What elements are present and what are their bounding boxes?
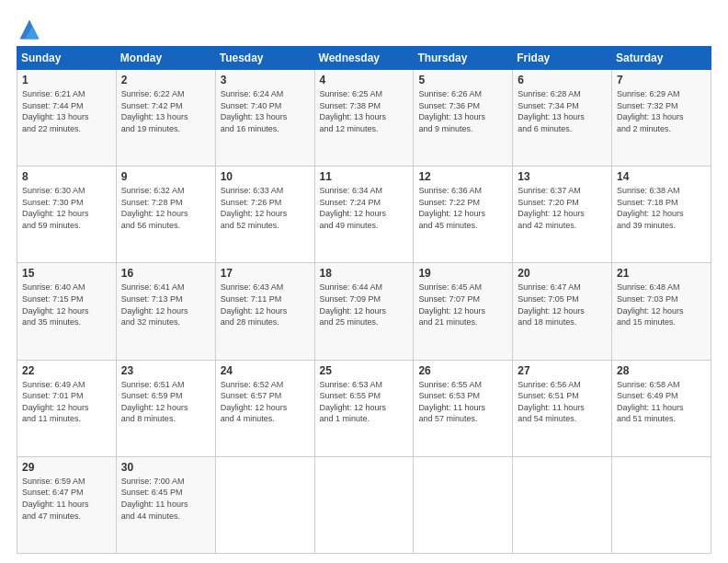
calendar-cell — [414, 456, 513, 553]
day-info-line: Sunrise: 6:53 AM — [320, 379, 409, 391]
day-info-line: Sunrise: 6:59 AM — [22, 476, 111, 488]
calendar-cell — [314, 456, 414, 553]
day-info-line: Sunset: 7:13 PM — [121, 293, 210, 305]
calendar-cell: 27Sunrise: 6:56 AMSunset: 6:51 PMDayligh… — [513, 360, 612, 456]
day-info-line: Sunset: 7:42 PM — [121, 100, 210, 112]
day-info-line: and 18 minutes. — [518, 316, 607, 328]
day-info-line: Sunset: 7:36 PM — [418, 100, 507, 112]
day-info-line: Sunset: 7:26 PM — [221, 197, 310, 209]
day-info-line: Daylight: 11 hours — [418, 402, 507, 414]
calendar-cell: 25Sunrise: 6:53 AMSunset: 6:55 PMDayligh… — [314, 360, 414, 456]
calendar-cell: 13Sunrise: 6:37 AMSunset: 7:20 PMDayligh… — [513, 167, 612, 263]
day-number: 4 — [320, 74, 409, 86]
calendar-cell: 6Sunrise: 6:28 AMSunset: 7:34 PMDaylight… — [513, 70, 612, 167]
day-info-line: Sunrise: 7:00 AM — [121, 476, 210, 488]
col-sunday: Sunday — [17, 47, 117, 70]
day-number: 8 — [22, 170, 111, 183]
day-info-line: Sunset: 7:28 PM — [121, 197, 210, 209]
calendar-week-row: 8Sunrise: 6:30 AMSunset: 7:30 PMDaylight… — [17, 167, 711, 263]
day-info-line: Daylight: 11 hours — [617, 402, 706, 414]
day-info-line: Sunrise: 6:41 AM — [121, 282, 210, 293]
day-info-line: Daylight: 13 hours — [121, 111, 210, 123]
day-info-line: Daylight: 12 hours — [518, 208, 607, 220]
day-info-line: Daylight: 12 hours — [418, 208, 507, 220]
day-info-line: and 57 minutes. — [418, 413, 507, 425]
day-number: 17 — [221, 267, 310, 280]
day-info-line: Daylight: 11 hours — [121, 499, 210, 511]
calendar-body: 1Sunrise: 6:21 AMSunset: 7:44 PMDaylight… — [17, 70, 711, 554]
day-info-line: Sunset: 7:30 PM — [22, 197, 111, 209]
day-info-line: Daylight: 12 hours — [121, 305, 210, 317]
day-info-line: Sunset: 6:59 PM — [121, 390, 210, 402]
day-info-line: Daylight: 12 hours — [221, 305, 310, 317]
calendar-table: Sunday Monday Tuesday Wednesday Thursday… — [17, 46, 711, 554]
col-wednesday: Wednesday — [314, 47, 414, 70]
day-info-line: Sunset: 7:24 PM — [320, 197, 409, 209]
day-info-line: Sunrise: 6:38 AM — [617, 185, 706, 197]
day-info-line: Daylight: 11 hours — [22, 499, 111, 511]
day-number: 3 — [221, 74, 310, 86]
day-number: 28 — [617, 364, 706, 377]
day-info-line: Sunrise: 6:30 AM — [22, 185, 111, 197]
day-info-line: and 32 minutes. — [121, 316, 210, 328]
day-info-line: Sunrise: 6:29 AM — [617, 88, 706, 100]
calendar-cell: 30Sunrise: 7:00 AMSunset: 6:45 PMDayligh… — [116, 456, 215, 553]
day-info-line: Sunset: 7:09 PM — [320, 293, 409, 305]
day-number: 22 — [22, 364, 111, 377]
day-info-line: Sunrise: 6:21 AM — [22, 88, 111, 100]
day-info-line: Sunset: 7:40 PM — [221, 100, 310, 112]
day-number: 25 — [320, 364, 409, 377]
calendar-cell: 22Sunrise: 6:49 AMSunset: 7:01 PMDayligh… — [17, 360, 117, 456]
day-info-line: Daylight: 13 hours — [418, 111, 507, 123]
day-info-line: Sunrise: 6:34 AM — [320, 185, 409, 197]
day-info-line: Sunrise: 6:32 AM — [121, 185, 210, 197]
day-info-line: and 59 minutes. — [22, 220, 111, 232]
day-info-line: Sunset: 7:18 PM — [617, 197, 706, 209]
day-info-line: and 51 minutes. — [617, 413, 706, 425]
calendar-week-row: 1Sunrise: 6:21 AMSunset: 7:44 PMDaylight… — [17, 70, 711, 167]
day-info-line: Sunset: 6:53 PM — [418, 390, 507, 402]
day-number: 12 — [418, 170, 507, 183]
day-info-line: Sunrise: 6:51 AM — [121, 379, 210, 391]
day-info-line: Daylight: 12 hours — [221, 402, 310, 414]
day-info-line: and 35 minutes. — [22, 316, 111, 328]
day-info-line: Daylight: 13 hours — [320, 111, 409, 123]
day-info-line: and 22 minutes. — [22, 123, 111, 135]
day-info-line: and 4 minutes. — [221, 413, 310, 425]
day-number: 9 — [121, 170, 210, 183]
day-info-line: and 6 minutes. — [518, 123, 607, 135]
day-info-line: and 47 minutes. — [22, 511, 111, 523]
logo — [17, 17, 46, 42]
day-info-line: Sunset: 6:51 PM — [518, 390, 607, 402]
day-info-line: Sunset: 7:05 PM — [518, 293, 607, 305]
calendar-cell: 12Sunrise: 6:36 AMSunset: 7:22 PMDayligh… — [414, 167, 513, 263]
calendar-cell: 11Sunrise: 6:34 AMSunset: 7:24 PMDayligh… — [314, 167, 414, 263]
day-info-line: and 8 minutes. — [121, 413, 210, 425]
day-info-line: and 25 minutes. — [320, 316, 409, 328]
day-info-line: Daylight: 12 hours — [22, 208, 111, 220]
day-info-line: and 44 minutes. — [121, 511, 210, 523]
calendar-cell: 28Sunrise: 6:58 AMSunset: 6:49 PMDayligh… — [612, 360, 711, 456]
day-info-line: Daylight: 12 hours — [320, 208, 409, 220]
day-info-line: Daylight: 12 hours — [22, 402, 111, 414]
day-info-line: Sunrise: 6:28 AM — [518, 88, 607, 100]
day-number: 16 — [121, 267, 210, 280]
day-info-line: Sunrise: 6:49 AM — [22, 379, 111, 391]
day-info-line: Daylight: 12 hours — [221, 208, 310, 220]
day-number: 27 — [518, 364, 607, 377]
day-info-line: and 1 minute. — [320, 413, 409, 425]
calendar-cell: 24Sunrise: 6:52 AMSunset: 6:57 PMDayligh… — [215, 360, 314, 456]
calendar-cell: 9Sunrise: 6:32 AMSunset: 7:28 PMDaylight… — [116, 167, 215, 263]
calendar-cell: 23Sunrise: 6:51 AMSunset: 6:59 PMDayligh… — [116, 360, 215, 456]
day-info-line: Sunrise: 6:25 AM — [320, 88, 409, 100]
day-number: 11 — [320, 170, 409, 183]
day-number: 18 — [320, 267, 409, 280]
day-info-line: Sunrise: 6:58 AM — [617, 379, 706, 391]
calendar-cell: 7Sunrise: 6:29 AMSunset: 7:32 PMDaylight… — [612, 70, 711, 167]
day-info-line: Daylight: 12 hours — [617, 208, 706, 220]
calendar-cell: 10Sunrise: 6:33 AMSunset: 7:26 PMDayligh… — [215, 167, 314, 263]
col-monday: Monday — [116, 47, 215, 70]
day-info-line: Sunrise: 6:55 AM — [418, 379, 507, 391]
day-info-line: Sunrise: 6:48 AM — [617, 282, 706, 293]
calendar-cell: 2Sunrise: 6:22 AMSunset: 7:42 PMDaylight… — [116, 70, 215, 167]
